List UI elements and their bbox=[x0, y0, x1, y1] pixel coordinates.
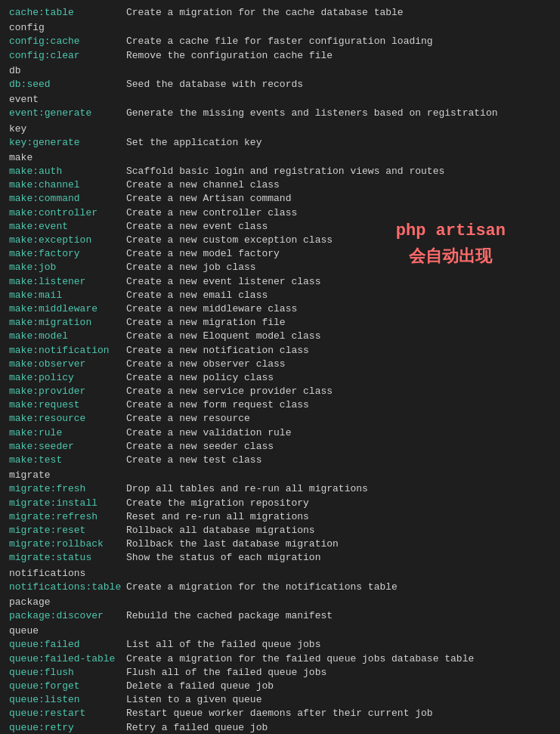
cmd-desc: Create a new job class bbox=[126, 261, 256, 274]
cmd-desc: Set the application key bbox=[126, 136, 261, 150]
cmd-desc: Rebuild the cached package manifest bbox=[126, 609, 333, 623]
cmd-desc: Create a new Eloquent model class bbox=[126, 330, 320, 343]
cmd-name: make:command bbox=[9, 192, 126, 206]
cmd-name: make:resource bbox=[9, 412, 126, 426]
cmd-desc: Show the status of each migration bbox=[126, 551, 320, 565]
cmd-name: queue:flush bbox=[9, 666, 126, 680]
cmd-name: queue:failed bbox=[9, 638, 126, 652]
cmd-desc: Reset and re-run all migrations bbox=[126, 510, 309, 524]
cmd-line: make:mailCreate a new email class bbox=[9, 289, 551, 302]
cmd-name: make:auth bbox=[9, 165, 126, 178]
group-header: config bbox=[9, 21, 551, 35]
cmd-name: migrate:rollback bbox=[9, 537, 126, 551]
cmd-line: queue:forgetDelete a failed queue job bbox=[9, 680, 551, 693]
cmd-name: make:rule bbox=[9, 426, 126, 440]
cmd-desc: Restart queue worker daemons after their… bbox=[126, 707, 433, 720]
annotation-line1: php artisan bbox=[396, 218, 506, 244]
cmd-name: make:channel bbox=[9, 178, 126, 192]
cmd-name: queue:failed-table bbox=[9, 652, 126, 666]
cmd-line: notifications:tableCreate a migration fo… bbox=[9, 581, 551, 594]
cmd-desc: Delete a failed queue job bbox=[126, 680, 274, 693]
group-header: event bbox=[9, 93, 551, 107]
cmd-name: make:test bbox=[9, 454, 126, 467]
cmd-line: make:notificationCreate a new notificati… bbox=[9, 344, 551, 358]
cmd-line: migrate:statusShow the status of each mi… bbox=[9, 551, 551, 565]
cmd-name: queue:restart bbox=[9, 707, 126, 720]
cmd-desc: Retry a failed queue job bbox=[126, 721, 268, 734]
cmd-desc: Create a new observer class bbox=[126, 358, 286, 371]
cmd-line: make:requestCreate a new form request cl… bbox=[9, 398, 551, 412]
cmd-name: migrate:install bbox=[9, 497, 126, 510]
cmd-desc: Create a new event listener class bbox=[126, 275, 320, 289]
cmd-desc: Seed the database with records bbox=[126, 78, 303, 91]
cmd-desc: Create a migration for the cache databas… bbox=[126, 6, 404, 20]
cmd-name: migrate:refresh bbox=[9, 510, 126, 524]
cmd-line: config:clearRemove the configuration cac… bbox=[9, 49, 551, 63]
cmd-desc: Create a new notification class bbox=[126, 344, 309, 358]
cmd-desc: Generate the missing events and listener… bbox=[126, 107, 497, 120]
cmd-desc: Create a new event class bbox=[126, 220, 268, 234]
cmd-name: cache:table bbox=[9, 6, 126, 20]
cmd-line: make:migrationCreate a new migration fil… bbox=[9, 316, 551, 330]
cmd-desc: Create a new test class bbox=[126, 454, 261, 467]
cmd-desc: Create a new resource bbox=[126, 412, 250, 426]
cmd-desc: Create a new seeder class bbox=[126, 440, 274, 454]
cmd-line: make:observerCreate a new observer class bbox=[9, 358, 551, 371]
cmd-name: make:exception bbox=[9, 234, 126, 247]
cmd-name: make:controller bbox=[9, 206, 126, 220]
cmd-line: make:modelCreate a new Eloquent model cl… bbox=[9, 330, 551, 343]
cmd-name: db:seed bbox=[9, 78, 126, 91]
terminal-output: cache:tableCreate a migration for the ca… bbox=[9, 6, 551, 734]
cmd-line: make:authScaffold basic login and regist… bbox=[9, 165, 551, 178]
cmd-line: migrate:rollbackRollback the last databa… bbox=[9, 537, 551, 551]
cmd-desc: Create a new custom exception class bbox=[126, 234, 333, 247]
group-header: make bbox=[9, 151, 551, 165]
group-header: key bbox=[9, 122, 551, 136]
cmd-desc: Create a new form request class bbox=[126, 398, 309, 412]
cmd-desc: Create a new controller class bbox=[126, 206, 297, 220]
cmd-line: make:listenerCreate a new event listener… bbox=[9, 275, 551, 289]
cmd-desc: Create a new Artisan command bbox=[126, 192, 291, 206]
cmd-desc: Create a new email class bbox=[126, 289, 268, 302]
cmd-line: queue:failedList all of the failed queue… bbox=[9, 638, 551, 652]
cmd-desc: Create a cache file for faster configura… bbox=[126, 35, 433, 48]
cmd-desc: Create a migration for the notifications… bbox=[126, 581, 398, 594]
cmd-line: make:seederCreate a new seeder class bbox=[9, 440, 551, 454]
cmd-name: queue:retry bbox=[9, 721, 126, 734]
cmd-line: make:testCreate a new test class bbox=[9, 454, 551, 467]
cmd-name: make:model bbox=[9, 330, 126, 343]
group-header: migrate bbox=[9, 469, 551, 482]
cmd-line: db:seedSeed the database with records bbox=[9, 78, 551, 91]
cmd-desc: Create the migration repository bbox=[126, 497, 309, 510]
cmd-line: make:providerCreate a new service provid… bbox=[9, 385, 551, 398]
cmd-desc: Remove the configuration cache file bbox=[126, 49, 333, 63]
cmd-name: make:policy bbox=[9, 371, 126, 385]
cmd-line: queue:failed-tableCreate a migration for… bbox=[9, 652, 551, 666]
cmd-desc: Create a new validation rule bbox=[126, 426, 291, 440]
cmd-desc: Rollback the last database migration bbox=[126, 537, 339, 551]
cmd-name: queue:forget bbox=[9, 680, 126, 693]
cmd-line: migrate:installCreate the migration repo… bbox=[9, 497, 551, 510]
annotation-box: php artisan 会自动出现 bbox=[396, 218, 506, 271]
cmd-desc: Flush all of the failed queue jobs bbox=[126, 666, 326, 680]
cmd-name: event:generate bbox=[9, 107, 126, 120]
cmd-name: make:mail bbox=[9, 289, 126, 302]
group-header: queue bbox=[9, 624, 551, 638]
cmd-line: make:middlewareCreate a new middleware c… bbox=[9, 302, 551, 316]
group-header: package bbox=[9, 596, 551, 609]
cmd-name: make:listener bbox=[9, 275, 126, 289]
cmd-line: make:resourceCreate a new resource bbox=[9, 412, 551, 426]
cmd-line: queue:retryRetry a failed queue job bbox=[9, 721, 551, 734]
cmd-name: migrate:fresh bbox=[9, 482, 126, 496]
cmd-line: migrate:resetRollback all database migra… bbox=[9, 524, 551, 537]
cmd-desc: Create a new channel class bbox=[126, 178, 280, 192]
cmd-line: config:cacheCreate a cache file for fast… bbox=[9, 35, 551, 48]
cmd-name: make:request bbox=[9, 398, 126, 412]
cmd-desc: Scaffold basic login and registration vi… bbox=[126, 165, 444, 178]
cmd-name: notifications:table bbox=[9, 581, 126, 594]
cmd-name: queue:listen bbox=[9, 693, 126, 707]
cmd-line: make:commandCreate a new Artisan command bbox=[9, 192, 551, 206]
cmd-name: make:provider bbox=[9, 385, 126, 398]
cmd-desc: Create a new policy class bbox=[126, 371, 274, 385]
cmd-name: make:event bbox=[9, 220, 126, 234]
